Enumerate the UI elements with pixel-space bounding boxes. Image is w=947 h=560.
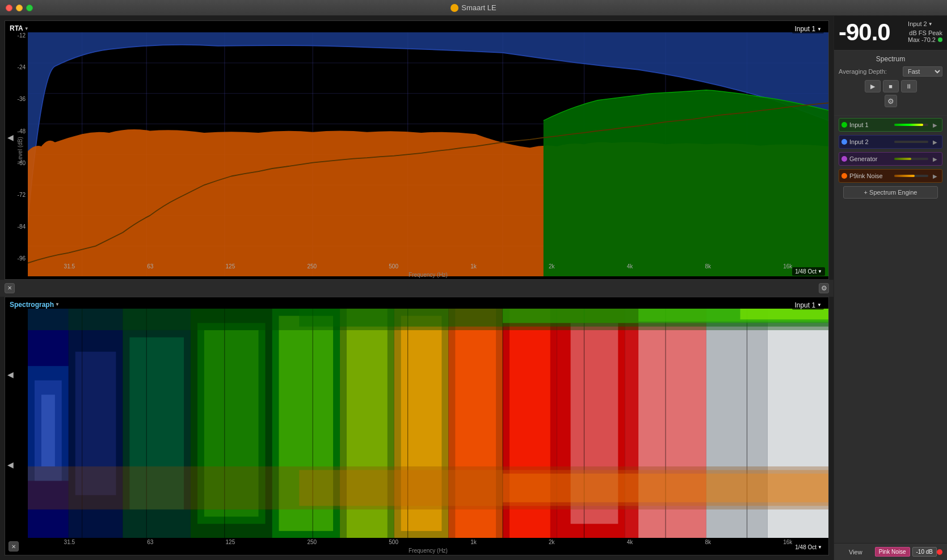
channel-name-input2: Input 2 — [849, 138, 892, 145]
avg-depth-select[interactable]: Fast Medium Slow — [903, 66, 942, 77]
level-max: Max -70.2 — [908, 36, 942, 43]
channel-name-generator: Generator — [849, 155, 892, 162]
avg-depth-label: Averaging Depth: — [839, 68, 887, 75]
x-label-6: 2k — [549, 263, 555, 270]
rta-input-selector[interactable]: Input 1 ▼ — [792, 24, 824, 33]
channel-dot-input2 — [841, 139, 847, 145]
spectro-x-axis-title: Frequency (Hz) — [409, 548, 448, 554]
spectro-scroll-handle-top[interactable]: ◀ — [7, 370, 14, 379]
y-label-0: -12 — [18, 32, 26, 39]
spectrograph-panel: Spectrograph ▼ Input 1 ▼ ◀ ◀ — [5, 297, 829, 556]
channel-name-pink-noise: P9ink Noise — [849, 172, 892, 179]
rta-resolution-badge[interactable]: 1/48 Oct ▼ — [792, 267, 825, 276]
channel-pink-noise[interactable]: P9ink Noise ▶ — [839, 169, 942, 183]
spectro-resolution-badge[interactable]: 1/48 Oct ▼ — [792, 543, 825, 551]
level-badge[interactable]: -10 dB — [912, 547, 937, 557]
x-label-1: 63 — [147, 263, 153, 270]
rta-label: RTA ▼ — [10, 24, 29, 32]
channel-fader-fill-input1 — [894, 124, 923, 126]
view-label: View — [839, 549, 873, 555]
spectro-dropdown-arrow[interactable]: ▼ — [55, 302, 60, 307]
spectro-chart-svg — [28, 309, 828, 538]
level-input-label[interactable]: Input 2 ▼ — [908, 20, 942, 27]
avg-depth-row: Averaging Depth: Fast Medium Slow — [839, 66, 942, 77]
level-input-arrow: ▼ — [928, 22, 933, 27]
content-area: RTA ▼ Input 1 ▼ -12 -24 -36 -48 -60 -72 … — [0, 16, 834, 560]
channels-area: Input 1 ▶ Input 2 ▶ Generator — [834, 116, 947, 543]
s-x-label-1: 63 — [147, 539, 153, 545]
level-meter-area: -90.0 Input 2 ▼ dB FS Peak Max -70.2 — [834, 16, 947, 50]
x-label-2: 125 — [226, 263, 235, 270]
s-x-label-4: 500 — [389, 539, 398, 545]
s-x-label-7: 4k — [627, 539, 633, 545]
level-right-info: Input 2 ▼ dB FS Peak Max -70.2 — [908, 20, 942, 43]
s-x-label-8: 8k — [705, 539, 711, 545]
channel-fader-input1[interactable] — [894, 124, 928, 126]
pause-btn[interactable]: ⏸ — [901, 80, 917, 92]
level-value: -90.0 — [839, 20, 890, 44]
rta-x-axis: 31.5 63 125 250 500 1k 2k 4k 8k 16k Freq… — [28, 262, 828, 279]
close-spectro-btn[interactable]: ✕ — [9, 541, 19, 551]
rta-y-axis: -12 -24 -36 -48 -60 -72 -84 -96 — [5, 32, 28, 262]
y-label-6: -84 — [18, 224, 26, 230]
play-btn[interactable]: ▶ — [865, 80, 881, 92]
s-x-label-5: 1k — [470, 539, 477, 545]
res-arrow: ▼ — [818, 269, 822, 274]
s-x-label-3: 250 — [307, 539, 317, 545]
spectro-x-axis: 31.5 63 125 250 500 1k 2k 4k 8k 16k Freq… — [28, 538, 828, 555]
minimize-button[interactable] — [16, 5, 23, 11]
channel-play-input2[interactable]: ▶ — [931, 137, 940, 146]
channel-dot-generator — [841, 156, 847, 162]
x-label-4: 500 — [389, 263, 398, 270]
channel-dot-input1 — [841, 122, 847, 128]
channel-input2[interactable]: Input 2 ▶ — [839, 135, 942, 149]
y-label-2: -36 — [18, 96, 26, 102]
pink-noise-badge[interactable]: Pink Noise — [875, 547, 910, 557]
rta-chart-svg — [28, 32, 828, 276]
channel-fader-fill-generator — [894, 158, 911, 160]
y-label-3: -48 — [18, 128, 26, 134]
channel-dot-pink-noise — [841, 173, 847, 179]
settings-row: ⚙ — [839, 95, 942, 107]
rta-dropdown-arrow[interactable]: ▼ — [24, 26, 29, 31]
channel-fader-pink-noise[interactable] — [894, 175, 928, 177]
channel-input1[interactable]: Input 1 ▶ — [839, 118, 942, 132]
x-label-7: 4k — [627, 263, 633, 270]
spectrum-settings-btn[interactable]: ⚙ — [885, 95, 897, 107]
x-label-5: 1k — [470, 263, 477, 270]
s-x-label-0: 31.5 — [64, 539, 75, 545]
rta-y-axis-title: Level (dB) — [17, 137, 23, 163]
bottom-red-indicator — [937, 549, 942, 555]
spectrum-section: Spectrum Averaging Depth: Fast Medium Sl… — [834, 50, 947, 116]
spectro-scroll-handle-bot[interactable]: ◀ — [7, 460, 14, 469]
channel-fader-fill-pink-noise — [894, 175, 915, 177]
channel-fader-input2[interactable] — [894, 141, 928, 143]
channel-play-pink-noise[interactable]: ▶ — [931, 171, 940, 180]
app-title: Smaart LE — [451, 3, 496, 12]
transport-row: ▶ ■ ⏸ — [839, 80, 942, 92]
close-rta-btn[interactable]: ✕ — [5, 283, 15, 293]
x-label-9: 16k — [783, 263, 792, 270]
x-label-3: 250 — [307, 263, 317, 270]
channel-fader-generator[interactable] — [894, 158, 928, 160]
close-button[interactable] — [6, 5, 12, 11]
svg-rect-57 — [740, 309, 828, 319]
panel-divider: ✕ ⚙ — [0, 280, 834, 297]
y-label-1: -24 — [18, 64, 26, 70]
rta-scroll-handle[interactable]: ◀ — [7, 133, 14, 142]
channel-generator[interactable]: Generator ▶ — [839, 152, 942, 166]
y-label-5: -72 — [18, 192, 26, 198]
maximize-button[interactable] — [26, 5, 33, 11]
stop-btn[interactable]: ■ — [883, 80, 899, 92]
rta-x-axis-title: Frequency (Hz) — [409, 272, 448, 278]
settings-btn[interactable]: ⚙ — [819, 283, 829, 293]
add-spectrum-engine-btn[interactable]: + Spectrum Engine — [843, 186, 938, 199]
level-max-dot — [938, 37, 942, 42]
s-x-label-6: 2k — [549, 539, 555, 545]
svg-rect-20 — [41, 394, 55, 466]
main-layout: RTA ▼ Input 1 ▼ -12 -24 -36 -48 -60 -72 … — [0, 16, 947, 560]
spectro-input-selector[interactable]: Input 1 ▼ — [792, 301, 824, 310]
svg-rect-60 — [503, 473, 828, 502]
channel-play-input1[interactable]: ▶ — [931, 120, 940, 129]
channel-play-generator[interactable]: ▶ — [931, 154, 940, 163]
